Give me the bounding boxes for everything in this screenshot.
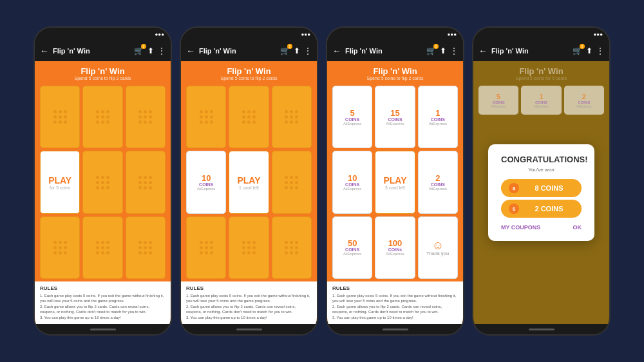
coin-symbol-2: $: [513, 206, 515, 212]
more-icon-4[interactable]: ⋮: [596, 46, 604, 55]
cart-icon-1[interactable]: 🛒 2: [134, 46, 144, 55]
status-bar-3: ●●●: [327, 28, 463, 41]
card-3-2-source: AliExpress: [386, 122, 404, 126]
card-3-3-label: COINS: [431, 117, 445, 122]
card-3-2-label: COINS: [388, 117, 402, 122]
card-1-8[interactable]: [82, 216, 122, 279]
status-bar-4: ●●●: [473, 28, 609, 41]
card-2-2[interactable]: [229, 86, 269, 148]
game-title-area-1: Flip 'n' Win Spend 5 coins to flip 2 car…: [35, 61, 171, 83]
more-icon-2[interactable]: ⋮: [304, 46, 312, 55]
card-3-1: 5 COINS AliExpress: [332, 86, 372, 148]
card-3-7-source: AliExpress: [343, 252, 361, 256]
more-icon-3[interactable]: ⋮: [450, 46, 458, 55]
ok-button[interactable]: OK: [573, 224, 582, 231]
card-3-8-value: 100: [388, 239, 402, 247]
card-3-4-label: COINS: [345, 182, 359, 187]
toolbar-4: ← Flip 'n' Win 🛒 2 ⬆ ⋮: [473, 41, 609, 61]
card-3-3: 1 COINS AliExpress: [418, 86, 458, 148]
card-2-9[interactable]: [272, 216, 312, 279]
game-title-3: Flip 'n' Win: [330, 66, 460, 76]
phone-1: ●●● ← Flip 'n' Win 🛒 2 ⬆ ⋮ Flip 'n' Win …: [33, 26, 172, 336]
card-1-6[interactable]: [126, 151, 166, 213]
rules-title-2: RULES: [186, 285, 312, 291]
phone-3: ●●● ← Flip 'n' Win 🛒 2 ⬆ ⋮ Flip 'n' Win …: [326, 26, 464, 336]
cards-grid-3: 5 COINS AliExpress 15 COINS AliExpress 1…: [327, 83, 463, 281]
card-3-1-label: COINS: [345, 117, 359, 122]
coin-icon-1: $: [509, 183, 519, 193]
rules-title-3: RULES: [332, 285, 458, 291]
card-1-7[interactable]: [40, 216, 80, 279]
card-3-4-source: AliExpress: [343, 187, 361, 191]
play-sub-2: 1 card left: [239, 186, 259, 190]
status-bar-1: ●●●: [35, 28, 171, 41]
rules-2: RULES 1. Each game play costs 5 coins. I…: [181, 281, 317, 324]
card-2-7[interactable]: [186, 216, 226, 279]
rules-text-2: 1. Each game play costs 5 coins. If you …: [186, 293, 312, 320]
game-title-area-3: Flip 'n' Win Spend 5 coins to flip 2 car…: [327, 61, 463, 83]
phone-4: ●●● ← Flip 'n' Win 🛒 2 ⬆ ⋮ Flip 'n' Win …: [472, 26, 611, 336]
coin-symbol-1: $: [513, 186, 515, 191]
share-icon-2[interactable]: ⬆: [294, 46, 300, 55]
card-3-3-source: AliExpress: [429, 122, 447, 126]
reward-btn-1[interactable]: $ 8 COINS: [501, 179, 582, 197]
card-2-1[interactable]: [186, 86, 226, 148]
congrats-subtitle: You've won: [501, 167, 582, 173]
status-time-2: ●●●: [301, 32, 311, 37]
play-sub-3: 3 card left: [385, 186, 405, 190]
card-3-4-value: 10: [348, 174, 357, 182]
status-time-3: ●●●: [448, 32, 457, 37]
card-3-2-value: 15: [390, 109, 399, 117]
toolbar-title-1: Flip 'n' Win: [53, 47, 130, 55]
rules-text-3: 1. Each game play costs 5 coins. If you …: [332, 293, 458, 320]
rules-title-1: RULES: [40, 285, 166, 291]
card-1-2[interactable]: [82, 86, 122, 148]
play-button-2[interactable]: PLAY 1 card left: [229, 151, 269, 213]
back-button-2[interactable]: ←: [186, 46, 195, 56]
play-label-2: PLAY: [237, 175, 260, 186]
toolbar-1: ← Flip 'n' Win 🛒 2 ⬆ ⋮: [35, 41, 171, 61]
card-3-6-source: AliExpress: [429, 187, 447, 191]
back-button-4[interactable]: ←: [478, 46, 488, 56]
card-2-8[interactable]: [229, 216, 269, 279]
toolbar-title-2: Flip 'n' Win: [199, 47, 276, 55]
more-icon-1[interactable]: ⋮: [158, 46, 166, 55]
rules-text-1: 1. Each game play costs 5 coins. If you …: [40, 293, 166, 320]
card-1-9[interactable]: [126, 216, 166, 279]
play-button-3[interactable]: PLAY 3 card left: [375, 151, 415, 213]
cart-icon-4[interactable]: 🛒 2: [573, 46, 582, 55]
card-3-8-label: COiNs: [388, 247, 402, 252]
play-button-1[interactable]: PLAY for 5 coins: [40, 151, 80, 213]
cart-icon-3[interactable]: 🛒 2: [426, 46, 436, 55]
game-subtitle-3: Spend 5 coins to flip 2 cards: [330, 76, 460, 81]
card-2-4-revealed: 10 COINS AliExpress: [186, 151, 226, 213]
phone3-content: Flip 'n' Win Spend 5 coins to flip 2 car…: [327, 61, 463, 324]
share-icon-1[interactable]: ⬆: [147, 46, 154, 55]
card-1-1[interactable]: [40, 86, 80, 148]
rules-3: RULES 1. Each game play costs 5 coins. I…: [327, 281, 463, 324]
reward-text-1: 8 COINS: [524, 184, 574, 192]
modal-actions: MY COUPONS OK: [501, 224, 582, 231]
share-icon-4[interactable]: ⬆: [586, 46, 592, 55]
cards-grid-2: 10 COINS AliExpress PLAY 1 card left: [181, 83, 317, 281]
play-sub-1: for 5 coins: [50, 186, 70, 190]
cards-grid-1: PLAY for 5 coins: [35, 83, 171, 281]
play-label-3: PLAY: [383, 175, 406, 186]
cart-badge-4: 2: [580, 44, 585, 49]
reward-btn-2[interactable]: $ 2 COINS: [501, 200, 582, 218]
card-2-3[interactable]: [272, 86, 312, 148]
card-2-4-source: AliExpress: [197, 187, 215, 191]
phone2-content: Flip 'n' Win Spend 5 coins to flip 2 car…: [181, 61, 317, 324]
back-button-3[interactable]: ←: [332, 46, 341, 56]
back-button-1[interactable]: ←: [40, 46, 49, 56]
card-1-3[interactable]: [126, 86, 166, 148]
card-3-6-label: COINS: [431, 182, 445, 187]
card-3-8-source: AliExpress: [386, 252, 404, 256]
my-coupons-button[interactable]: MY COUPONS: [501, 224, 540, 231]
card-2-6[interactable]: [272, 151, 312, 213]
share-icon-3[interactable]: ⬆: [440, 46, 446, 55]
toolbar-2: ← Flip 'n' Win 🛒 2 ⬆ ⋮: [181, 41, 317, 61]
cart-icon-2[interactable]: 🛒 2: [280, 46, 290, 55]
status-time-4: ●●●: [594, 32, 603, 37]
card-1-5[interactable]: [82, 151, 122, 213]
